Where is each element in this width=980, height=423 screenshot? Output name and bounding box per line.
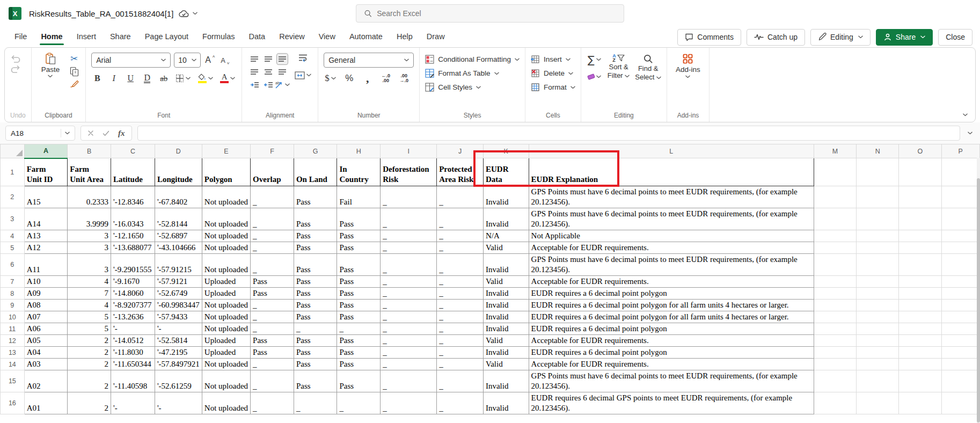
cell[interactable]: A13 [24,230,68,242]
cell[interactable]: _ [381,359,437,370]
cell[interactable]: '-52.8144 [155,208,202,230]
cell[interactable]: Pass [294,254,337,276]
cell[interactable]: Acceptable for EUDR requirements. [529,335,814,347]
cell[interactable]: _ [251,392,294,414]
cell[interactable]: Uploaded [202,276,250,288]
cell[interactable]: Pass [294,208,337,230]
cell[interactable]: '-14.0512 [111,335,155,347]
cell[interactable]: A05 [24,335,68,347]
cell[interactable]: _ [381,300,437,311]
italic-button[interactable]: I [108,72,120,84]
insert-function-icon[interactable]: fx [118,129,125,138]
cell-empty[interactable] [814,300,856,311]
cell[interactable]: _ [437,208,484,230]
cell-column-title[interactable]: Deforestation Risk [381,158,437,186]
cell[interactable]: A08 [24,300,68,311]
cell[interactable]: Invalid [483,370,529,392]
tab-draw[interactable]: Draw [420,27,452,47]
cell[interactable]: Pass [337,242,381,254]
cell-empty[interactable] [941,254,979,276]
cell-empty[interactable] [941,392,979,414]
cell[interactable]: _ [381,323,437,335]
currency-format-button[interactable]: $ [324,72,337,84]
cell[interactable]: '-52.61259 [155,370,202,392]
cell[interactable]: Pass [294,311,337,323]
cell-empty[interactable] [857,311,899,323]
tab-automate[interactable]: Automate [342,27,390,47]
row-header-5[interactable]: 5 [1,242,25,254]
tab-data[interactable]: Data [242,27,273,47]
column-header-F[interactable]: F [251,144,294,158]
cell[interactable]: '-43.104666 [155,242,202,254]
cell[interactable]: '-57.9121 [155,276,202,288]
cell[interactable]: Valid [483,242,529,254]
cell[interactable]: 3.9999 [68,208,111,230]
cell-empty[interactable] [814,370,856,392]
cell-empty[interactable] [857,335,899,347]
cell-column-title[interactable]: Latitude [111,158,155,186]
cell[interactable]: '-57.9433 [155,311,202,323]
catch-up-button[interactable]: Catch up [747,29,805,46]
cell[interactable]: N/A [483,230,529,242]
cell[interactable]: _ [381,230,437,242]
tab-formulas[interactable]: Formulas [195,27,242,47]
cell[interactable]: Pass [337,359,381,370]
cell[interactable]: _ [381,254,437,276]
cell[interactable]: Invalid [483,254,529,276]
cell[interactable]: EUDR requires a 6 decimal point polygon … [529,300,814,311]
borders-button[interactable] [174,72,192,84]
cell[interactable]: _ [294,392,337,414]
cell-empty[interactable] [857,208,899,230]
fill-color-button[interactable] [196,72,214,84]
decrease-indent-icon[interactable] [250,82,259,88]
column-header-J[interactable]: J [437,144,484,158]
cell[interactable]: 2 [68,335,111,347]
search-input[interactable] [377,9,616,18]
cell[interactable]: Pass [337,347,381,359]
cell[interactable]: A10 [24,276,68,288]
tab-help[interactable]: Help [390,27,420,47]
cell-column-title[interactable]: EUDR Explanation [529,158,814,186]
cell[interactable]: Not uploaded [202,359,250,370]
cell-empty[interactable] [941,370,979,392]
cell[interactable]: '-67.8402 [155,186,202,208]
column-header-E[interactable]: E [202,144,250,158]
cell[interactable]: _ [437,276,484,288]
cell-empty[interactable] [941,335,979,347]
cell[interactable]: '-11.8030 [111,347,155,359]
cell[interactable]: _ [251,370,294,392]
cell[interactable]: _ [294,323,337,335]
cell-empty[interactable] [857,242,899,254]
align-left-icon[interactable] [250,69,259,75]
column-header-O[interactable]: O [899,144,941,158]
cell[interactable]: _ [381,370,437,392]
cell[interactable]: '-11.650344 [111,359,155,370]
cell-empty[interactable] [814,254,856,276]
cell[interactable]: _ [381,242,437,254]
cell[interactable]: _ [381,288,437,300]
cell[interactable]: '-11.40598 [111,370,155,392]
cell[interactable]: Pass [294,186,337,208]
number-format-select[interactable]: General [324,53,414,68]
column-header-G[interactable]: G [294,144,337,158]
cell-empty[interactable] [899,230,941,242]
cell-empty[interactable] [857,186,899,208]
cell[interactable]: '-8.9207377 [111,300,155,311]
cell[interactable]: _ [437,311,484,323]
cell-empty[interactable] [814,359,856,370]
cell-empty[interactable] [857,254,899,276]
cell[interactable]: '-9.2901555 [111,254,155,276]
cell[interactable]: 2 [68,347,111,359]
cell[interactable]: '- [155,323,202,335]
cell[interactable]: Uploaded [202,288,250,300]
percent-format-button[interactable]: % [343,72,355,84]
cell[interactable]: _ [437,186,484,208]
cell[interactable]: Acceptable for EUDR requirements. [529,359,814,370]
cell[interactable]: Valid [483,335,529,347]
cell-empty[interactable] [941,158,979,186]
cell[interactable]: _ [251,254,294,276]
cell[interactable]: '-52.6897 [155,230,202,242]
cell[interactable]: '-9.1670 [111,276,155,288]
format-cells-button[interactable]: Format [531,81,575,94]
cell[interactable]: _ [381,392,437,414]
